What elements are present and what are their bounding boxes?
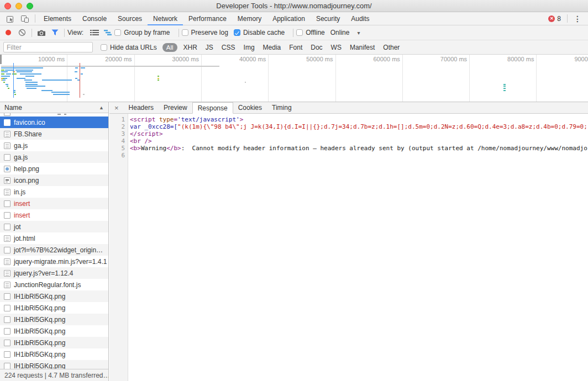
checkbox[interactable] xyxy=(296,29,303,36)
network-overview-timeline[interactable]: 10000 ms20000 ms30000 ms40000 ms50000 ms… xyxy=(0,55,588,102)
filter-type-manifest[interactable]: Manifest xyxy=(350,44,375,51)
request-row[interactable]: IH1ibRl5GKq.png xyxy=(0,302,108,314)
request-label: ga.js xyxy=(14,142,28,150)
tab-console[interactable]: Console xyxy=(77,12,112,25)
request-row[interactable]: jquery.js?ver=1.12.4 xyxy=(0,267,108,279)
error-count: 8 xyxy=(557,15,561,23)
filter-type-all[interactable]: All xyxy=(162,43,177,52)
filter-type-ws[interactable]: WS xyxy=(331,44,342,51)
minimize-window-button[interactable] xyxy=(15,3,22,9)
request-row[interactable]: jot xyxy=(0,221,108,232)
request-row[interactable]: favicon.ico xyxy=(0,117,108,128)
clipped-text xyxy=(64,114,66,115)
disable-cache-checkbox[interactable]: Disable cache xyxy=(234,29,285,36)
group-by-frame-checkbox[interactable]: Group by frame xyxy=(114,29,170,36)
clear-icon[interactable] xyxy=(15,27,29,39)
request-detail-panel: × HeadersPreviewResponseCookiesTiming 1<… xyxy=(109,102,588,381)
tab-application[interactable]: Application xyxy=(267,12,311,25)
close-window-button[interactable] xyxy=(4,3,11,9)
request-row[interactable]: icon.png xyxy=(0,174,108,186)
request-label: FB.Share xyxy=(14,130,42,138)
request-row[interactable]: jquery-migrate.min.js?ver=1.4.1 xyxy=(0,256,108,267)
checkbox[interactable] xyxy=(101,44,107,51)
request-row[interactable]: JunctionRegular.font.js xyxy=(0,279,108,290)
tab-sources[interactable]: Sources xyxy=(112,12,148,25)
kebab-menu-icon[interactable]: ⋮ xyxy=(570,14,585,23)
response-code: 1<script type='text/javascript'>2var _0x… xyxy=(109,116,588,159)
filter-type-doc[interactable]: Doc xyxy=(311,44,322,51)
request-row[interactable]: IH1ibRl5GKq.png xyxy=(0,290,108,302)
record-button[interactable] xyxy=(6,30,11,35)
checkbox[interactable] xyxy=(114,29,121,36)
waterfall-bar xyxy=(158,80,159,81)
request-label: IH1ibRl5GKq.png xyxy=(14,316,65,324)
hide-data-urls-checkbox[interactable]: Hide data URLs xyxy=(101,44,157,51)
file-icon xyxy=(4,293,11,300)
request-label: icon.png xyxy=(14,177,39,184)
file-icon xyxy=(4,247,11,253)
device-toolbar-icon[interactable] xyxy=(18,13,32,25)
request-row[interactable]: in.js xyxy=(0,186,108,198)
load-event-line xyxy=(80,63,80,98)
tab-security[interactable]: Security xyxy=(311,12,345,25)
tab-memory[interactable]: Memory xyxy=(232,12,267,25)
tab-network[interactable]: Network xyxy=(148,12,183,25)
filter-type-css[interactable]: CSS xyxy=(222,44,235,51)
divider xyxy=(179,29,179,37)
filter-type-js[interactable]: JS xyxy=(206,44,213,51)
error-count-badge[interactable]: ✕ 8 xyxy=(548,15,561,23)
filter-type-other[interactable]: Other xyxy=(383,44,400,51)
filter-type-font[interactable]: Font xyxy=(289,44,302,51)
waterfall-bar xyxy=(25,82,38,83)
list-view-icon[interactable] xyxy=(88,27,101,39)
response-viewer[interactable]: 1<script type='text/javascript'>2var _0x… xyxy=(109,114,588,381)
request-row[interactable]: IH1ibRl5GKq.png xyxy=(0,360,108,369)
request-row[interactable]: FB.Share xyxy=(0,128,108,140)
zoom-window-button[interactable] xyxy=(27,3,33,9)
request-row[interactable]: insert xyxy=(0,209,108,221)
request-list[interactable]: favicon.icoFB.Sharega.jsga.jshelp.pngico… xyxy=(0,113,108,369)
checkbox-label: Offline xyxy=(306,29,324,36)
inspect-element-icon[interactable] xyxy=(3,13,18,25)
request-row[interactable]: jot?l=%7B%22widget_origin… xyxy=(0,244,108,256)
filter-type-xhr[interactable]: XHR xyxy=(183,44,197,51)
tab-audits[interactable]: Audits xyxy=(345,12,375,25)
request-row[interactable]: ga.js xyxy=(0,140,108,151)
request-row[interactable]: insert xyxy=(0,198,108,209)
close-icon[interactable]: × xyxy=(109,102,124,113)
filter-type-img[interactable]: Img xyxy=(244,44,255,51)
checkbox[interactable] xyxy=(182,29,188,36)
request-row[interactable]: IH1ibRl5GKq.png xyxy=(0,348,108,360)
waterfall-bar xyxy=(17,71,32,72)
filter-input[interactable] xyxy=(3,42,93,52)
tab-performance[interactable]: Performance xyxy=(183,12,232,25)
request-label: ga.js xyxy=(14,154,28,161)
tab-preview[interactable]: Preview xyxy=(159,102,192,113)
tab-elements[interactable]: Elements xyxy=(38,12,77,25)
waterfall-bar xyxy=(1,71,8,72)
tab-response[interactable]: Response xyxy=(192,102,233,114)
file-icon xyxy=(4,305,11,311)
waterfall-overview-icon[interactable] xyxy=(101,27,114,39)
throttling-select[interactable]: Online xyxy=(330,29,350,36)
request-row[interactable]: IH1ibRl5GKq.png xyxy=(0,325,108,337)
timeline-tick: 10000 ms xyxy=(0,56,67,62)
tab-timing[interactable]: Timing xyxy=(267,102,297,113)
request-row[interactable]: ga.js xyxy=(0,151,108,163)
request-row[interactable]: help.png xyxy=(0,163,108,174)
request-row[interactable]: IH1ibRl5GKq.png xyxy=(0,337,108,348)
name-column-header[interactable]: Name ▲ xyxy=(0,102,108,113)
request-row[interactable]: jot.html xyxy=(0,232,108,244)
checkbox[interactable] xyxy=(234,29,240,36)
tab-headers[interactable]: Headers xyxy=(124,102,159,113)
window-title: Developer Tools - http://www.nomadjourne… xyxy=(0,2,588,10)
filter-type-media[interactable]: Media xyxy=(263,44,281,51)
divider xyxy=(64,29,65,37)
screenshot-camera-icon[interactable] xyxy=(35,27,48,39)
line-number: 2 xyxy=(109,123,128,130)
request-row[interactable]: IH1ibRl5GKq.png xyxy=(0,314,108,325)
tab-cookies[interactable]: Cookies xyxy=(233,102,267,113)
offline-checkbox[interactable]: Offline xyxy=(296,29,324,36)
preserve-log-checkbox[interactable]: Preserve log xyxy=(182,29,228,36)
filter-funnel-icon[interactable] xyxy=(48,27,61,39)
